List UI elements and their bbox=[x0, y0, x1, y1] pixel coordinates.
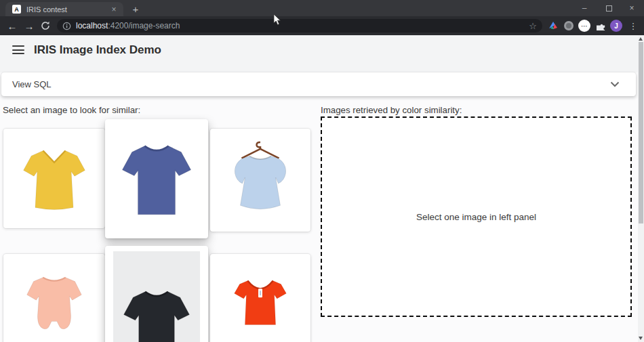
chevron-down-icon bbox=[610, 81, 620, 87]
url-host: localhost bbox=[76, 21, 108, 30]
black-tshirt-icon bbox=[114, 255, 199, 342]
bookmark-star-icon[interactable]: ☆ bbox=[529, 21, 537, 31]
browser-tab[interactable]: A IRIS contest × bbox=[5, 2, 123, 16]
browser-tabstrip: A IRIS contest × + – × bbox=[0, 0, 644, 16]
site-info-icon[interactable] bbox=[62, 22, 71, 30]
extensions-puzzle-icon[interactable] bbox=[595, 16, 607, 35]
new-tab-button[interactable]: + bbox=[129, 3, 142, 16]
page-scrollbar[interactable] bbox=[638, 35, 644, 342]
browser-window: A IRIS contest × + – × ← → localhost:420… bbox=[0, 0, 644, 342]
product-card-yellow-tshirt[interactable] bbox=[3, 129, 105, 228]
reload-button[interactable] bbox=[37, 16, 54, 35]
window-minimize-button[interactable]: – bbox=[573, 0, 595, 16]
blue-tshirt-icon bbox=[112, 131, 201, 226]
tab-favicon-icon: A bbox=[12, 5, 21, 14]
right-panel-heading: Images retrieved by color similarity: bbox=[321, 105, 462, 115]
view-sql-expansion-panel[interactable]: View SQL bbox=[1, 72, 636, 96]
extension-colorful-icon[interactable] bbox=[547, 16, 559, 35]
lightblue-blouse-icon bbox=[220, 139, 300, 221]
app-toolbar: IRIS Image Index Demo bbox=[0, 35, 638, 64]
maximize-icon bbox=[606, 5, 612, 12]
hamburger-menu-icon[interactable] bbox=[12, 45, 24, 54]
url-path: :4200/image-search bbox=[108, 21, 180, 30]
scrollbar-up-icon[interactable] bbox=[639, 37, 643, 41]
yellow-vneck-tshirt-icon bbox=[15, 140, 94, 218]
back-button[interactable]: ← bbox=[4, 16, 20, 35]
tab-close-icon[interactable]: × bbox=[108, 5, 119, 14]
window-close-button[interactable]: × bbox=[621, 0, 643, 16]
extension-gray-icon[interactable] bbox=[563, 16, 575, 35]
extension-dots-icon[interactable]: ⋯ bbox=[578, 16, 591, 35]
app-header-zone: IRIS Image Index Demo bbox=[0, 35, 638, 72]
product-card-black-tshirt[interactable] bbox=[105, 246, 208, 342]
results-dropzone: Select one image in left panel bbox=[321, 116, 632, 317]
browser-menu-icon[interactable]: ⋮ bbox=[627, 16, 639, 35]
product-card-lightblue-blouse[interactable] bbox=[210, 129, 310, 232]
orange-croptop-icon bbox=[220, 263, 301, 342]
reload-icon bbox=[41, 21, 50, 30]
url-text: localhost:4200/image-search bbox=[76, 21, 180, 30]
results-placeholder-text: Select one image in left panel bbox=[416, 212, 536, 222]
view-sql-label: View SQL bbox=[12, 79, 610, 89]
mouse-cursor bbox=[273, 14, 281, 26]
url-bar[interactable]: localhost:4200/image-search ☆ bbox=[57, 19, 542, 33]
product-card-blue-tshirt[interactable] bbox=[105, 119, 208, 238]
profile-avatar[interactable]: J bbox=[609, 16, 623, 35]
product-card-peach-onesie[interactable] bbox=[3, 254, 105, 342]
page-content: IRIS Image Index Demo View SQL Select an… bbox=[0, 35, 638, 342]
browser-toolbar: ← → localhost:4200/image-search ☆ bbox=[0, 16, 644, 35]
window-maximize-button[interactable] bbox=[598, 0, 620, 16]
tab-title: IRIS contest bbox=[26, 5, 108, 14]
black-tshirt-photo bbox=[113, 251, 200, 342]
peach-onesie-icon bbox=[14, 263, 94, 342]
scrollbar-thumb[interactable] bbox=[639, 42, 643, 223]
product-card-orange-croptop[interactable] bbox=[210, 254, 310, 342]
page-title: IRIS Image Index Demo bbox=[34, 43, 161, 57]
left-panel-heading: Select an image to look for similar: bbox=[3, 105, 140, 115]
scrollbar-down-icon[interactable] bbox=[639, 337, 643, 340]
forward-button[interactable]: → bbox=[21, 16, 37, 35]
